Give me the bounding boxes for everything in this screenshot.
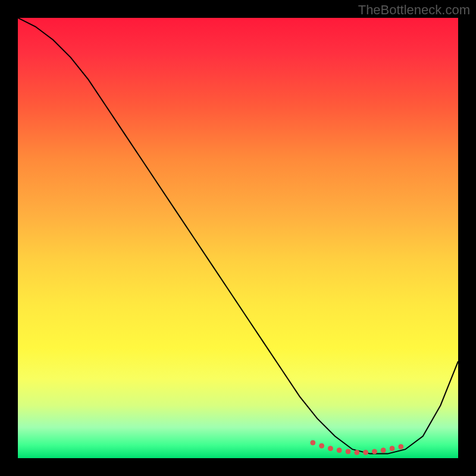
bottleneck-chart: TheBottleneck.com [0, 0, 476, 476]
optimal-marker [328, 446, 333, 451]
watermark-text: TheBottleneck.com [358, 2, 470, 18]
optimal-marker [320, 443, 324, 448]
chart-svg [18, 18, 458, 458]
optimal-marker [337, 448, 342, 453]
optimal-markers [311, 440, 403, 455]
optimal-marker [381, 448, 386, 453]
optimal-marker [346, 449, 350, 454]
bottleneck-curve-path [18, 18, 458, 454]
optimal-marker [311, 440, 315, 445]
optimal-marker [372, 449, 377, 454]
optimal-marker [355, 450, 359, 455]
optimal-marker [364, 450, 368, 455]
optimal-marker [399, 444, 403, 449]
optimal-marker [390, 446, 394, 451]
